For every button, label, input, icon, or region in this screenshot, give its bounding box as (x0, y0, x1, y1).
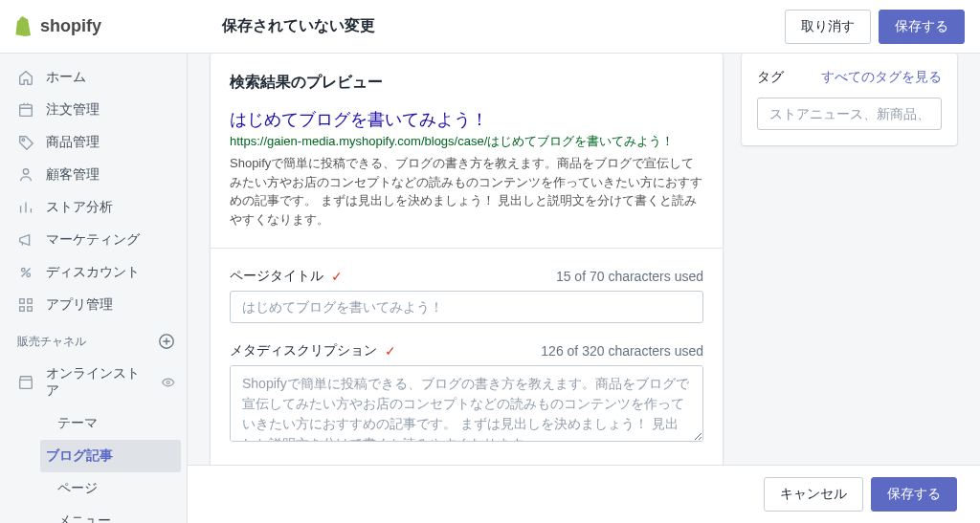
orders-icon (17, 101, 34, 119)
discounts-icon (17, 264, 34, 281)
shopify-logo-icon (15, 16, 34, 37)
page-title-group: ページタイトル ✓ 15 of 70 characters used (230, 268, 703, 323)
logo[interactable]: shopify (15, 16, 188, 37)
seo-preview-title: はじめてブログを書いてみよう！ (230, 108, 703, 131)
top-actions: 取り消す 保存する (785, 10, 965, 44)
tags-input[interactable] (757, 98, 942, 130)
svg-rect-6 (28, 299, 33, 304)
meta-description-label: メタディスクリプション (230, 342, 377, 360)
nav-label: ストア分析 (46, 199, 113, 216)
view-store-icon[interactable] (161, 375, 175, 390)
tags-label: タグ (757, 69, 784, 86)
home-icon (17, 69, 34, 86)
apps-icon (17, 296, 34, 314)
content-column: 検索結果のプレビュー はじめてブログを書いてみよう！ https://gaien… (211, 54, 723, 523)
nav-customers[interactable]: 顧客管理 (0, 159, 187, 191)
tags-card: タグ すべてのタグを見る (742, 54, 957, 145)
nav-apps[interactable]: アプリ管理 (0, 289, 187, 321)
online-store-subnav2: ページ メニュー ドメイン 各種設定 (0, 472, 187, 523)
nav-label: オンラインストア (46, 365, 149, 400)
nav-orders[interactable]: 注文管理 (0, 94, 187, 126)
save-button-top[interactable]: 保存する (879, 10, 965, 44)
nav-label: アプリ管理 (46, 296, 113, 314)
meta-char-count: 126 of 320 characters used (541, 343, 703, 359)
store-icon (17, 374, 34, 391)
subnav-pages[interactable]: ページ (46, 472, 187, 505)
nav-label: 顧客管理 (46, 166, 100, 184)
check-icon: ✓ (385, 343, 396, 359)
analytics-icon (17, 199, 34, 216)
nav-home[interactable]: ホーム (0, 61, 187, 94)
nav-discounts[interactable]: ディスカウント (0, 256, 187, 289)
svg-point-2 (23, 169, 28, 174)
nav-analytics[interactable]: ストア分析 (0, 191, 187, 224)
svg-point-3 (22, 269, 26, 272)
page-title-char-count: 15 of 70 characters used (556, 269, 703, 284)
nav-label: マーケティング (46, 231, 140, 249)
subnav-navigation[interactable]: メニュー (46, 505, 187, 523)
nav-products[interactable]: 商品管理 (0, 126, 187, 159)
view-all-tags-link[interactable]: すべてのタグを見る (821, 69, 942, 86)
svg-rect-5 (20, 299, 25, 304)
add-channel-icon[interactable] (158, 333, 175, 350)
bottom-bar: キャンセル 保存する (188, 465, 980, 523)
meta-description-input[interactable] (230, 365, 703, 442)
svg-point-4 (27, 273, 31, 277)
seo-preview-url: https://gaien-media.myshopify.com/blogs/… (230, 133, 703, 150)
svg-rect-7 (20, 307, 25, 312)
nav-label: 商品管理 (46, 134, 100, 151)
subnav-blog-posts[interactable]: ブログ記事 (40, 440, 181, 472)
logo-text: shopify (40, 16, 101, 36)
seo-preview-description: Shopifyで簡単に投稿できる、ブログの書き方を教えます。商品をブログで宣伝し… (230, 154, 703, 229)
channels-header: 販売チャネル (0, 321, 187, 358)
page-title-input[interactable] (230, 291, 703, 323)
nav-label: ホーム (46, 69, 86, 86)
svg-point-1 (22, 139, 25, 142)
nav-label: ディスカウント (46, 264, 140, 281)
page-title-label: ページタイトル (230, 268, 323, 285)
nav-online-store[interactable]: オンラインストア (0, 358, 187, 407)
nav-marketing[interactable]: マーケティング (0, 224, 187, 256)
marketing-icon (17, 231, 34, 249)
svg-rect-8 (28, 307, 33, 312)
main-content: 検索結果のプレビュー はじめてブログを書いてみよう！ https://gaien… (188, 54, 980, 523)
sidebar: ホーム 注文管理 商品管理 顧客管理 ストア分析 マーケティング ディスカウント… (0, 54, 188, 523)
nav-label: 注文管理 (46, 101, 100, 119)
subnav-themes[interactable]: テーマ (46, 407, 187, 440)
online-store-subnav: テーマ (0, 407, 187, 440)
save-button-bottom[interactable]: 保存する (871, 477, 957, 512)
top-bar: shopify 保存されていない変更 取り消す 保存する (0, 0, 980, 54)
undo-button[interactable]: 取り消す (785, 10, 871, 44)
svg-point-10 (167, 381, 169, 383)
meta-description-group: メタディスクリプション ✓ 126 of 320 characters used (230, 342, 703, 445)
cancel-button[interactable]: キャンセル (764, 477, 863, 512)
products-icon (17, 134, 34, 151)
page-unsaved-title: 保存されていない変更 (222, 16, 375, 36)
svg-rect-0 (20, 105, 33, 117)
seo-section-title: 検索結果のプレビュー (230, 73, 703, 93)
check-icon: ✓ (331, 269, 343, 284)
side-column: タグ すべてのタグを見る (742, 54, 957, 145)
seo-card: 検索結果のプレビュー はじめてブログを書いてみよう！ https://gaien… (211, 54, 723, 523)
customers-icon (17, 166, 34, 184)
